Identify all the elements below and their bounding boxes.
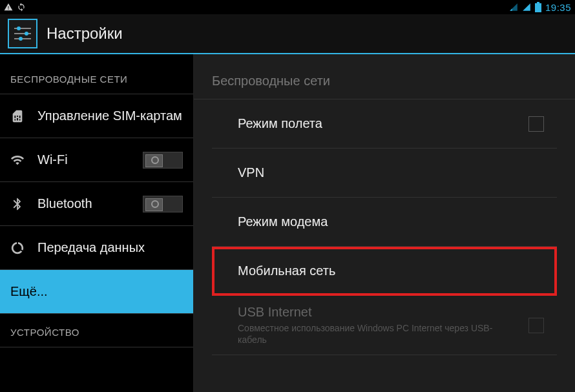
signal-full-icon [522,3,531,12]
setting-label: VPN [238,165,544,180]
app-header: Настройки [0,14,575,54]
svg-rect-1 [537,2,539,3]
wifi-icon [10,153,28,167]
warning-icon [4,3,13,12]
clock: 19:35 [545,2,571,13]
settings-sidebar: БЕСПРОВОДНЫЕ СЕТИ Управление SIM-картам … [0,54,194,392]
signal-weak-icon [509,3,518,12]
sidebar-category-device: УСТРОЙСТВО [0,314,193,347]
usb-checkbox [528,318,544,333]
status-right: 19:35 [509,2,571,13]
status-bar: 19:35 [0,0,575,14]
battery-icon [535,2,541,12]
sync-icon [17,3,26,12]
setting-usb-internet: USB Internet Совместное использование Wi… [212,296,557,355]
sidebar-item-label: Bluetooth [37,196,143,211]
content-header: Беспроводные сети [194,54,575,99]
svg-point-5 [25,32,28,36]
setting-tethering[interactable]: Режим модема [212,198,557,247]
sim-icon [10,109,28,123]
sidebar-item-label: Ещё... [10,284,183,299]
setting-label: Мобильная сеть [238,263,544,278]
svg-point-7 [19,37,23,41]
sidebar-item-label: Передача данных [37,240,183,255]
airplane-checkbox[interactable] [528,116,544,132]
setting-label: Режим модема [238,214,544,229]
svg-rect-0 [535,3,541,12]
page-title: Настройки [47,25,123,43]
sidebar-item-wifi[interactable]: Wi-Fi [0,138,193,182]
data-usage-icon [10,241,28,255]
sidebar-item-label: Управление SIM-картам [37,108,183,123]
setting-mobile-network[interactable]: Мобильная сеть [212,247,557,296]
setting-sublabel: Совместное использование Windows PC Inte… [238,322,521,346]
sidebar-item-bluetooth[interactable]: Bluetooth [0,182,193,226]
sidebar-item-label: Wi-Fi [37,152,143,167]
bluetooth-toggle[interactable] [143,196,183,212]
settings-icon[interactable] [8,19,37,48]
svg-point-3 [17,26,21,30]
bluetooth-icon [10,197,28,211]
status-left [4,3,26,12]
setting-label: USB Internet [238,305,521,320]
sidebar-category-wireless: БЕСПРОВОДНЫЕ СЕТИ [0,54,193,94]
sidebar-item-sim[interactable]: Управление SIM-картам [0,94,193,138]
setting-vpn[interactable]: VPN [212,149,557,198]
wifi-toggle[interactable] [143,152,183,169]
setting-airplane-mode[interactable]: Режим полета [212,99,557,149]
content-list: Режим полета VPN Режим модема Мобильная … [194,99,575,355]
sidebar-item-data[interactable]: Передача данных [0,226,193,270]
sidebar-item-more[interactable]: Ещё... [0,270,193,314]
setting-label: Режим полета [238,116,521,131]
content-pane: Беспроводные сети Режим полета VPN Режим… [194,54,575,392]
